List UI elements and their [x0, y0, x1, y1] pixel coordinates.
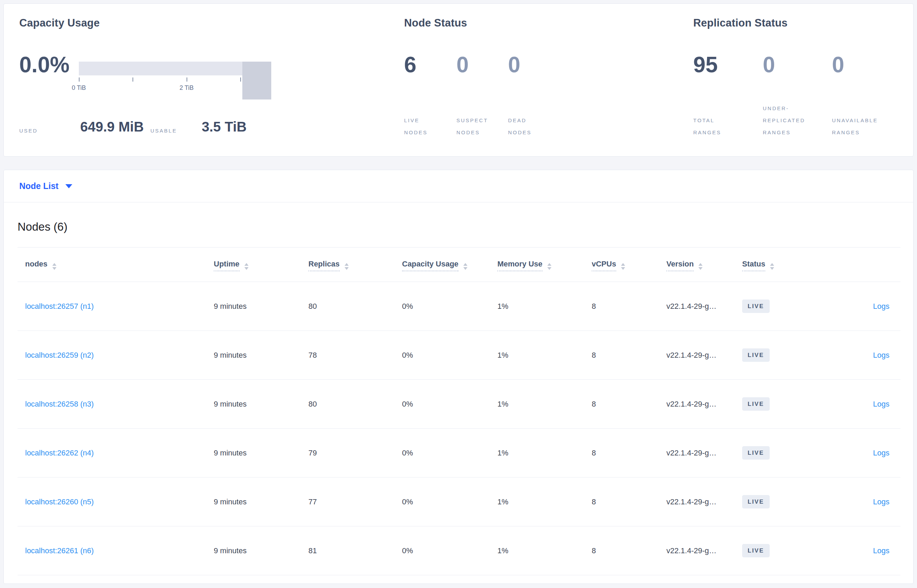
capacity-usage-title: Capacity Usage [19, 17, 100, 29]
status-cell: LIVE [735, 429, 824, 478]
status-cell: LIVE [735, 478, 824, 527]
suspect-nodes-label: SUSPECT NODES [457, 114, 501, 138]
logs-link[interactable]: Logs [873, 400, 890, 408]
memory-use-cell: 1% [490, 282, 584, 331]
total-ranges-label: TOTAL RANGES [693, 114, 735, 138]
axis-tick [132, 78, 133, 82]
column-header-uptime[interactable]: Uptime [206, 247, 301, 282]
logs-link[interactable]: Logs [873, 302, 890, 310]
axis-tick [187, 78, 187, 82]
table-header-row: nodes Uptime Replicas Capacity Usage Mem… [18, 247, 901, 282]
vcpus-cell: 8 [584, 331, 659, 380]
capacity-used-percent: 0.0% [19, 54, 69, 76]
replication-status-title: Replication Status [693, 17, 788, 29]
node-link[interactable]: localhost:26257 (n1) [25, 302, 94, 310]
replicas-cell: 80 [301, 282, 394, 331]
status-badge: LIVE [742, 446, 770, 460]
status-badge: LIVE [742, 495, 770, 509]
replicas-cell: 79 [301, 429, 394, 478]
table-row: localhost:26257 (n1) 9 minutes 80 0% 1% … [18, 282, 901, 331]
column-header-capacity-usage[interactable]: Capacity Usage [394, 247, 490, 282]
caret-down-icon [65, 184, 72, 188]
memory-use-cell: 1% [490, 527, 584, 575]
sort-icon[interactable] [698, 263, 702, 270]
table-row: localhost:26258 (n3) 9 minutes 80 0% 1% … [18, 380, 901, 429]
column-header-memory-use[interactable]: Memory Use [490, 247, 584, 282]
vcpus-cell: 8 [584, 429, 659, 478]
status-cell: LIVE [735, 282, 824, 331]
axis-tick [79, 78, 79, 82]
under-replicated-ranges-label: UNDER-REPLICATED RANGES [763, 102, 827, 138]
status-cell: LIVE [735, 380, 824, 429]
capacity-usage-cell: 0% [394, 282, 490, 331]
capacity-usage-cell: 0% [394, 478, 490, 527]
column-header-label: vCPUs [592, 260, 616, 271]
status-cell: LIVE [735, 527, 824, 575]
replicas-cell: 80 [301, 380, 394, 429]
vcpus-cell: 8 [584, 478, 659, 527]
axis-tick [240, 78, 241, 82]
sort-icon[interactable] [52, 263, 57, 270]
status-badge: LIVE [742, 299, 770, 313]
node-link[interactable]: localhost:26261 (n6) [25, 546, 94, 555]
column-header-logs [824, 247, 901, 282]
status-badge: LIVE [742, 397, 770, 411]
node-link[interactable]: localhost:26259 (n2) [25, 351, 94, 359]
node-status-title: Node Status [404, 17, 467, 29]
capacity-usage-cell: 0% [394, 527, 490, 575]
logs-link[interactable]: Logs [873, 449, 890, 457]
table-row: localhost:26260 (n5) 9 minutes 77 0% 1% … [18, 478, 901, 527]
replicas-cell: 77 [301, 478, 394, 527]
replicas-cell: 78 [301, 331, 394, 380]
column-header-label: Uptime [214, 260, 240, 271]
uptime-cell: 9 minutes [206, 429, 301, 478]
column-header-vcpus[interactable]: vCPUs [584, 247, 659, 282]
table-row: localhost:26262 (n4) 9 minutes 79 0% 1% … [18, 429, 901, 478]
version-cell: v22.1.4-29-g… [659, 527, 735, 575]
used-label: USED [19, 128, 38, 134]
live-nodes-count: 6 [404, 54, 417, 76]
sort-icon[interactable] [463, 263, 467, 270]
capacity-usage-cell: 0% [394, 429, 490, 478]
column-header-label: Status [742, 260, 765, 271]
logs-link[interactable]: Logs [873, 546, 890, 555]
vcpus-cell: 8 [584, 282, 659, 331]
usable-label: USABLE [150, 128, 177, 134]
status-cell: LIVE [735, 331, 824, 380]
logs-link[interactable]: Logs [873, 498, 890, 506]
sort-icon[interactable] [621, 263, 625, 270]
memory-use-cell: 1% [490, 331, 584, 380]
under-replicated-ranges-count: 0 [763, 54, 775, 76]
nodes-card: Nodes (6) nodes Uptime Replicas Capacity… [3, 202, 914, 584]
memory-use-cell: 1% [490, 478, 584, 527]
status-badge: LIVE [742, 544, 770, 557]
usable-value: 3.5 TiB [202, 120, 247, 134]
node-list-dropdown[interactable]: Node List [19, 170, 72, 202]
capacity-meter: 0 TiB 2 TiB [79, 61, 271, 100]
column-header-label: nodes [25, 260, 47, 268]
vcpus-cell: 8 [584, 527, 659, 575]
replicas-cell: 81 [301, 527, 394, 575]
node-link[interactable]: localhost:26262 (n4) [25, 449, 94, 457]
uptime-cell: 9 minutes [206, 527, 301, 575]
node-link[interactable]: localhost:26258 (n3) [25, 400, 94, 408]
version-cell: v22.1.4-29-g… [659, 282, 735, 331]
column-header-label: Memory Use [497, 260, 542, 271]
column-header-version[interactable]: Version [659, 247, 735, 282]
column-header-status[interactable]: Status [735, 247, 824, 282]
column-header-replicas[interactable]: Replicas [301, 247, 394, 282]
nodes-section-title: Nodes (6) [18, 220, 68, 233]
sort-icon[interactable] [244, 263, 249, 270]
logs-link[interactable]: Logs [873, 351, 890, 359]
live-nodes-label: LIVE NODES [404, 114, 439, 138]
sort-icon[interactable] [770, 263, 774, 270]
vcpus-cell: 8 [584, 380, 659, 429]
cluster-summary-card: Capacity Usage 0.0% 0 TiB 2 TiB USED 649… [3, 3, 914, 157]
capacity-usage-cell: 0% [394, 380, 490, 429]
sort-icon[interactable] [547, 263, 551, 270]
column-header-nodes[interactable]: nodes [18, 247, 206, 282]
status-badge: LIVE [742, 348, 770, 362]
version-cell: v22.1.4-29-g… [659, 380, 735, 429]
sort-icon[interactable] [345, 263, 349, 270]
node-link[interactable]: localhost:26260 (n5) [25, 498, 94, 506]
